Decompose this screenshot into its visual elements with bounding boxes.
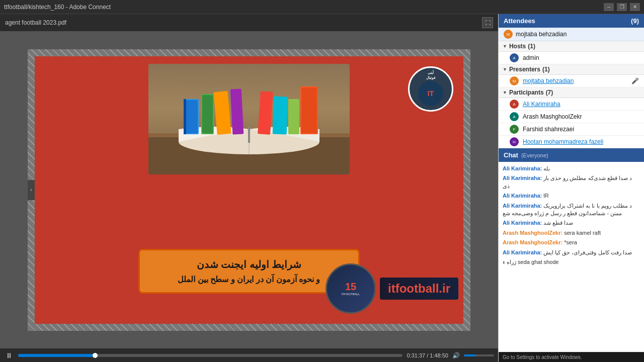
pause-button[interactable]: ⏸ (4, 350, 14, 360)
chat-msg-5: Ali Karimiraha: صدا قطع شد (503, 219, 640, 227)
bottom-logo-inner: 15 ITFOOTBALL (342, 281, 360, 296)
chat-text-7: *sera (564, 239, 577, 245)
svg-rect-4 (248, 127, 250, 143)
avatar-arash: A (510, 112, 519, 121)
time-display: 0:31:37 / 1:48:50 (407, 352, 448, 358)
chat-sender-8: Ali Karimiraha: (503, 249, 542, 255)
progress-fill (18, 354, 95, 357)
avatar-mojtaba-outside: M (504, 30, 513, 39)
chat-text-5: صدا قطع شد (543, 220, 573, 226)
attendees-list: M mojtaba behzadian ▼ Hosts (1) A admin … (499, 28, 644, 148)
svg-rect-14 (288, 99, 299, 134)
presentation-header-controls: ⛶ (482, 17, 493, 28)
avatar-ali: A (510, 100, 519, 109)
book-image (148, 64, 350, 174)
bottom-logo-tagline: ITFOOTBALL (342, 293, 360, 296)
books-svg (148, 64, 350, 174)
attendees-header: Attendees (9) (499, 14, 644, 28)
slide-logo-top: آیتیفوتبال IT (408, 66, 453, 112)
hosts-count: (1) (528, 43, 535, 50)
svg-rect-6 (185, 100, 198, 133)
slide-content: آیتیفوتبال IT شرایط اولیه ایجنت شدن و نح… (35, 56, 463, 324)
group-header-hosts[interactable]: ▼ Hosts (1) (499, 41, 644, 52)
chat-text-3: lR (543, 193, 548, 199)
participants-count: (7) (546, 89, 553, 96)
table-bg (148, 64, 350, 174)
chat-text-1: بله (543, 165, 550, 171)
group-header-participants[interactable]: ▼ Participants (7) (499, 87, 644, 98)
chat-sender-6: Arash MashghoolZekr: (503, 230, 562, 236)
slide-text-line2: و نحوه آزمون آن در ایران و سطح بین الملل (150, 275, 348, 284)
chat-msg-7: Arash MashghoolZekr: *sera (503, 239, 640, 246)
attendee-row-mojtaba-presenter: M mojtaba behzadian 🎤 (499, 75, 644, 87)
name-arash: Arash MashghoolZekr (523, 113, 639, 120)
chat-sender-7: Arash MashghoolZekr: (503, 239, 562, 245)
avatar-mojtaba-presenter: M (510, 76, 519, 85)
app-title: ttfootball/kishtech_160 - Adobe Connect (4, 4, 111, 11)
avatar-admin: A (510, 53, 519, 62)
activation-notice: Go to Settings to activate Windows. (499, 352, 644, 362)
activation-text: Go to Settings to activate Windows. (503, 354, 582, 360)
bottom-logo-circle: 15 ITFOOTBALL (326, 263, 376, 314)
name-mojtaba-outside: mojtaba behzadian (516, 31, 639, 38)
attendee-row-admin: A admin (499, 52, 644, 64)
logo-inner-circle: IT (418, 81, 443, 106)
avatar-farshid: F (510, 125, 519, 134)
hosts-label: Hosts (509, 43, 526, 50)
collapse-panel-button[interactable]: ‹ (28, 180, 35, 200)
chat-msg-3: Ali Karimiraha: lR (503, 192, 640, 200)
name-ali[interactable]: Ali Karimiraha (523, 101, 639, 108)
svg-rect-9 (202, 95, 213, 133)
volume-fill (464, 354, 476, 356)
chat-msg-2: Ali Karimiraha: د صدا قطع شدی‌که مطلش رو… (503, 174, 640, 190)
chat-text-6: sera kamel raft (564, 230, 601, 236)
name-hootan[interactable]: Hootan mohammadreza fazeli (523, 138, 639, 145)
progress-handle[interactable] (93, 353, 98, 358)
chat-title: Chat (504, 151, 518, 159)
chat-header: Chat (Everyone) (499, 148, 644, 162)
group-header-presenters[interactable]: ▼ Presenters (1) (499, 64, 644, 75)
presentation-header: agent football 2023.pdf ⛶ (0, 14, 498, 32)
attendees-title: Attendees (504, 17, 535, 25)
attendee-row-farshid: F Farshid shahrezaei (499, 123, 644, 136)
chevron-hosts: ▼ (503, 44, 507, 49)
chevron-presenters: ▼ (503, 67, 507, 72)
attendees-count: (9) (631, 17, 639, 25)
close-button[interactable]: ✕ (630, 3, 640, 11)
presenters-count: (1) (542, 66, 550, 73)
right-panel: Attendees (9) M mojtaba behzadian ▼ Host… (498, 14, 644, 362)
presentation-area: agent football 2023.pdf ⛶ (0, 14, 498, 362)
chat-sender-1: Ali Karimiraha: (503, 165, 542, 171)
minimize-button[interactable]: – (604, 3, 614, 11)
chat-msg-6: Arash MashghoolZekr: sera kamel raft (503, 229, 640, 237)
chat-msg-9: ژراه ء seda ghat shode (503, 258, 640, 266)
slide-text-line1: شرایط اولیه ایجنت شدن (150, 258, 348, 270)
attendee-row-ali: A Ali Karimiraha (499, 98, 644, 111)
chat-everyone-label: (Everyone) (521, 152, 548, 158)
chat-sender-5: Ali Karimiraha: (503, 220, 542, 226)
logo-number: IT (428, 89, 434, 98)
chat-messages: Ali Karimiraha: بله Ali Karimiraha: د صد… (499, 162, 644, 352)
attendee-row-mojtaba-outside: M mojtaba behzadian (499, 28, 644, 41)
itfootball-banner: itfootball.ir (380, 278, 458, 300)
name-admin: admin (523, 54, 639, 61)
itfootball-label: itfootball.ir (388, 282, 450, 295)
bottom-logo-number: 15 (342, 281, 360, 293)
name-farshid: Farshid shahrezaei (523, 126, 639, 133)
volume-bar[interactable] (464, 354, 494, 356)
fullscreen-button[interactable]: ⛶ (482, 17, 493, 28)
svg-rect-11 (230, 88, 244, 134)
pdf-filename: agent football 2023.pdf (5, 19, 66, 26)
presentation-controls: ⏸ 0:31:37 / 1:48:50 🔊 (0, 348, 498, 362)
participants-label: Participants (509, 89, 544, 96)
avatar-hootan: H (510, 137, 519, 146)
chat-msg-1: Ali Karimiraha: بله (503, 165, 640, 172)
logo-text: آیتیفوتبال (418, 70, 443, 79)
bottom-logo-area: 15 ITFOOTBALL itfootball.ir (326, 263, 458, 314)
name-mojtaba-presenter[interactable]: mojtaba behzadian (523, 77, 627, 84)
window-controls: – ❐ ✕ (604, 3, 640, 11)
restore-button[interactable]: ❐ (617, 3, 627, 11)
slide-wrapper: آیتیفوتبال IT شرایط اولیه ایجنت شدن و نح… (28, 49, 470, 331)
progress-bar[interactable] (18, 354, 403, 357)
volume-icon[interactable]: 🔊 (452, 352, 460, 359)
